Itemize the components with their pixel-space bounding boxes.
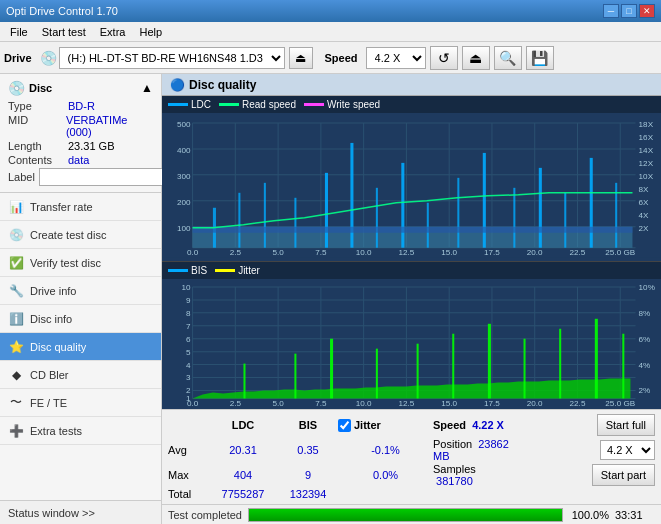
extra-tests-icon: ➕: [8, 423, 24, 439]
menu-extra[interactable]: Extra: [94, 24, 132, 40]
sidebar-item-drive-info[interactable]: 🔧 Drive info: [0, 277, 161, 305]
progress-time: 33:31: [615, 509, 655, 521]
read-speed-legend-color: [219, 103, 239, 106]
svg-rect-104: [452, 333, 454, 398]
sidebar-item-verify-test-disc[interactable]: ✅ Verify test disc: [0, 249, 161, 277]
transfer-rate-icon: 📊: [8, 199, 24, 215]
sidebar-item-extra-tests[interactable]: ➕ Extra tests: [0, 417, 161, 445]
progress-bar-container: [248, 508, 563, 522]
sidebar-item-fe-te[interactable]: 〜 FE / TE: [0, 389, 161, 417]
svg-rect-102: [376, 348, 378, 398]
sidebar-item-label-cd-bler: CD Bler: [30, 369, 69, 381]
svg-rect-42: [457, 178, 459, 248]
start-full-button[interactable]: Start full: [597, 414, 655, 436]
legend-write-speed-label: Write speed: [327, 99, 380, 110]
disc-contents-value: data: [68, 154, 89, 166]
sidebar-item-label-disc-quality: Disc quality: [30, 341, 86, 353]
svg-rect-35: [264, 183, 266, 248]
app-title: Opti Drive Control 1.70: [6, 5, 118, 17]
progress-area: Test completed 100.0% 33:31: [162, 504, 661, 524]
eject-button[interactable]: ⏏: [289, 47, 313, 69]
svg-rect-36: [294, 198, 296, 248]
disc-mid-label: MID: [8, 114, 66, 138]
start-part-button[interactable]: Start part: [592, 464, 655, 486]
svg-text:12.5: 12.5: [398, 248, 414, 257]
sidebar-item-cd-bler[interactable]: ◆ CD Bler: [0, 361, 161, 389]
disc-label-row: Label 🔍: [8, 168, 153, 186]
verify-test-disc-icon: ✅: [8, 255, 24, 271]
speed-select-stats[interactable]: 4.2 X: [600, 440, 655, 460]
stats-total-row: Total 7755287 132394: [168, 488, 655, 500]
disc-contents-label: Contents: [8, 154, 68, 166]
svg-text:16X: 16X: [639, 133, 654, 142]
status-window-button[interactable]: Status window >>: [0, 500, 161, 524]
drive-info-icon: 🔧: [8, 283, 24, 299]
disc-label-input[interactable]: [39, 168, 172, 186]
svg-text:25.0 GB: 25.0 GB: [605, 399, 635, 408]
main-layout: 💿 Disc ▲ Type BD-R MID VERBATIMe (000) L…: [0, 74, 661, 524]
svg-text:9: 9: [186, 296, 191, 305]
svg-text:0.0: 0.0: [187, 399, 199, 408]
legend-read-speed: Read speed: [219, 99, 296, 110]
svg-text:6X: 6X: [639, 198, 650, 207]
svg-rect-47: [590, 158, 593, 248]
svg-rect-40: [401, 163, 404, 248]
sidebar-item-label-drive-info: Drive info: [30, 285, 76, 297]
scan-button[interactable]: 🔍: [494, 46, 522, 70]
stats-avg-bis: 0.35: [278, 444, 338, 456]
legend-ldc-label: LDC: [191, 99, 211, 110]
menu-start-test[interactable]: Start test: [36, 24, 92, 40]
disc-label-label: Label: [8, 171, 35, 183]
save-button[interactable]: 💾: [526, 46, 554, 70]
disc-length-label: Length: [8, 140, 68, 152]
menu-help[interactable]: Help: [133, 24, 168, 40]
disc-type-row: Type BD-R: [8, 100, 153, 112]
chart2: BIS Jitter: [162, 262, 661, 409]
stats-samples-label: Samples 381780: [433, 463, 513, 487]
sidebar-item-create-test-disc[interactable]: 💿 Create test disc: [0, 221, 161, 249]
svg-text:2X: 2X: [639, 224, 650, 233]
svg-text:0.0: 0.0: [187, 248, 199, 257]
chart1-svg: 500 400 300 200 100 18X 16X 14X 12X 10X …: [162, 113, 661, 258]
close-button[interactable]: ✕: [639, 4, 655, 18]
svg-text:10: 10: [181, 283, 191, 292]
svg-text:20.0: 20.0: [527, 399, 543, 408]
stats-area: LDC BIS Jitter Speed 4.22 X Start full A…: [162, 409, 661, 504]
refresh-button[interactable]: ↺: [430, 46, 458, 70]
stats-jitter-label: Jitter: [354, 419, 381, 431]
charts-area: LDC Read speed Write speed: [162, 96, 661, 409]
svg-rect-99: [243, 363, 245, 398]
sidebar-item-disc-info[interactable]: ℹ️ Disc info: [0, 305, 161, 333]
stats-bis-header: BIS: [278, 419, 338, 431]
legend-read-speed-label: Read speed: [242, 99, 296, 110]
sidebar-item-transfer-rate[interactable]: 📊 Transfer rate: [0, 193, 161, 221]
disc-length-row: Length 23.31 GB: [8, 140, 153, 152]
disc-expand-icon[interactable]: ▲: [141, 81, 153, 95]
minimize-button[interactable]: ─: [603, 4, 619, 18]
svg-text:17.5: 17.5: [484, 399, 500, 408]
svg-text:12.5: 12.5: [398, 399, 414, 408]
svg-text:10.0: 10.0: [356, 248, 372, 257]
bis-legend-color: [168, 269, 188, 272]
disc-type-value: BD-R: [68, 100, 95, 112]
content-area: 🔵 Disc quality LDC Read speed: [162, 74, 661, 524]
legend-jitter: Jitter: [215, 265, 260, 276]
svg-text:5.0: 5.0: [272, 248, 284, 257]
drive-select[interactable]: (H:) HL-DT-ST BD-RE WH16NS48 1.D3: [59, 47, 285, 69]
svg-text:5: 5: [186, 347, 191, 356]
stats-max-jitter: 0.0%: [338, 469, 433, 481]
svg-text:7: 7: [186, 321, 191, 330]
stats-avg-row: Avg 20.31 0.35 -0.1% Position 23862 MB 4…: [168, 438, 655, 462]
disc-quality-icon: ⭐: [8, 339, 24, 355]
sidebar-item-disc-quality[interactable]: ⭐ Disc quality: [0, 333, 161, 361]
menubar: File Start test Extra Help: [0, 22, 661, 42]
jitter-checkbox[interactable]: [338, 419, 351, 432]
legend-write-speed: Write speed: [304, 99, 380, 110]
eject2-button[interactable]: ⏏: [462, 46, 490, 70]
svg-text:18X: 18X: [639, 120, 654, 129]
svg-rect-45: [539, 168, 542, 248]
menu-file[interactable]: File: [4, 24, 34, 40]
maximize-button[interactable]: □: [621, 4, 637, 18]
speed-select[interactable]: 4.2 X: [366, 47, 426, 69]
svg-text:7.5: 7.5: [315, 248, 327, 257]
